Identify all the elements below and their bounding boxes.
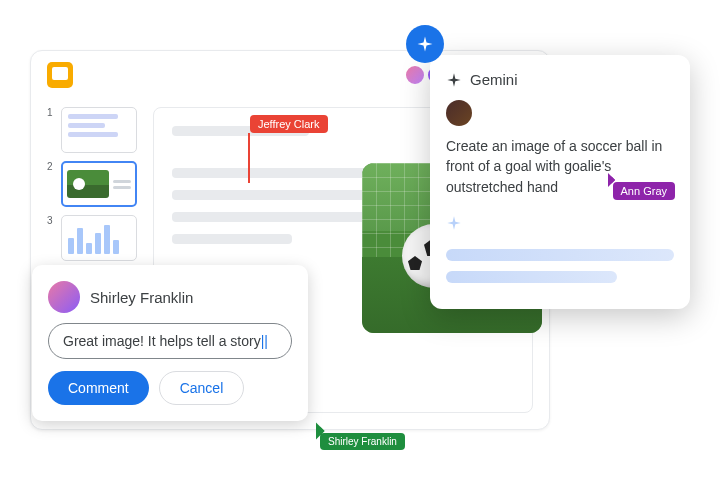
comment-submit-button[interactable]: Comment <box>48 371 149 405</box>
slide-thumb[interactable]: 1 <box>47 107 137 153</box>
collaborator-avatar[interactable] <box>404 64 426 86</box>
sparkle-icon <box>446 72 462 88</box>
slide-thumb[interactable]: 3 <box>47 215 137 261</box>
loading-placeholder <box>446 249 674 261</box>
collaborator-cursor-shirley: Shirley Franklin <box>320 433 405 450</box>
gemini-badge <box>406 25 444 63</box>
loading-placeholder <box>446 271 617 283</box>
comment-cancel-button[interactable]: Cancel <box>159 371 245 405</box>
collaborator-cursor-ann: Ann Gray <box>613 182 675 200</box>
text-placeholder <box>172 212 384 222</box>
gemini-title: Gemini <box>470 71 518 88</box>
text-placeholder <box>172 190 384 200</box>
comment-author-name: Shirley Franklin <box>90 289 193 306</box>
comment-card: Shirley Franklin Great image! It helps t… <box>32 265 308 421</box>
text-placeholder <box>172 234 292 244</box>
comment-author-avatar <box>48 281 80 313</box>
gemini-user-avatar <box>446 100 472 126</box>
slides-app-icon <box>47 62 73 88</box>
sparkle-icon <box>446 215 462 231</box>
slide-thumb-selected[interactable]: 2 <box>47 161 137 207</box>
collaborator-cursor-jeffrey: Jeffrey Clark <box>250 115 328 133</box>
comment-input[interactable]: Great image! It helps tell a story| <box>48 323 292 359</box>
